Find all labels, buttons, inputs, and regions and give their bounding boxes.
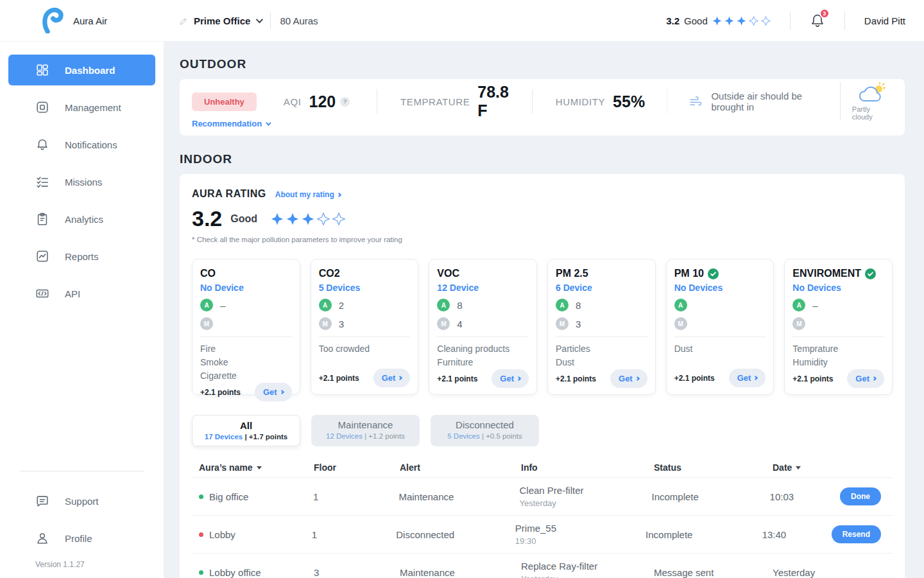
table-row[interactable]: Big office 1 Maintenance Clean Pre-filte…: [192, 477, 893, 515]
tab-disconnected[interactable]: Disconnected 5 Devices | +0.5 points: [431, 415, 539, 446]
recommendation-link[interactable]: Recommendation: [192, 119, 270, 128]
status-dot: [199, 532, 203, 537]
auto-badge: A: [437, 299, 450, 311]
resend-button[interactable]: Resend: [832, 525, 881, 543]
indoor-rating-value: 3.2: [192, 206, 222, 231]
get-button[interactable]: Get: [373, 369, 411, 387]
aqi-status-badge: Unhealthy: [192, 92, 257, 111]
get-label: Get: [855, 374, 869, 383]
star-icon: [737, 16, 746, 26]
chevron-right-icon: [280, 390, 284, 394]
sidebar-item-notifications[interactable]: Notifications: [8, 129, 155, 160]
card-title: PM 10: [674, 268, 704, 279]
aura-name: Big office: [209, 491, 248, 502]
chevron-right-icon: [872, 376, 877, 381]
tab-label: All: [193, 420, 300, 431]
cause: Cigarette: [200, 369, 292, 383]
tab-label: Maintenance: [311, 419, 420, 430]
sidebar-item-api[interactable]: API: [8, 278, 155, 309]
location-selector[interactable]: Prime Office: [179, 15, 261, 26]
help-icon[interactable]: ?: [340, 97, 350, 107]
get-button[interactable]: Get: [492, 369, 529, 388]
sidebar: Dashboard Management Notifications Missi…: [0, 42, 164, 578]
main-content: OUTDOOR Unhealthy AQI 120 ? TEMPRATURE 7…: [164, 42, 924, 578]
location-label[interactable]: Prime Office: [194, 15, 250, 26]
sidebar-item-missions[interactable]: Missions: [8, 166, 155, 197]
chevron-right-icon: [337, 192, 341, 197]
sidebar-item-profile[interactable]: Profile: [8, 523, 155, 554]
table-row[interactable]: Lobby 1 Disconnected Prime_5519:30 Incom…: [192, 515, 893, 553]
divider: [19, 471, 144, 471]
user-menu[interactable]: David Pitt: [864, 15, 905, 26]
weather-widget: Partly cloudy: [840, 82, 891, 121]
manual-value: 3: [339, 319, 344, 329]
outdoor-section-title: OUTDOOR: [180, 57, 905, 71]
card-devices-link[interactable]: No Device: [200, 283, 292, 293]
chevron-down-icon: [256, 16, 263, 23]
card-devices-link[interactable]: No Devices: [674, 283, 766, 293]
get-button[interactable]: Get: [610, 369, 647, 388]
auto-value: 8: [576, 300, 581, 311]
card-title: ENVIROMENT: [792, 268, 861, 279]
sidebar-item-management[interactable]: Management: [8, 92, 155, 123]
edit-icon[interactable]: [179, 16, 189, 26]
notification-badge: 3: [819, 8, 830, 19]
tab-all[interactable]: All 17 Devices | +1.7 points: [192, 415, 300, 446]
divider: [377, 89, 377, 114]
table-row[interactable]: Lobby office 3 Maintenance Replace Ray-f…: [192, 553, 893, 578]
info-cell: Clean Pre-filter: [520, 485, 652, 496]
status-cell: Incomplete: [646, 529, 762, 540]
star-icon: [749, 16, 758, 26]
card-devices-link[interactable]: 12 Device: [437, 283, 529, 293]
divider: [792, 337, 884, 337]
column-header-floor: Floor: [314, 462, 400, 473]
tab-separator: |: [364, 432, 366, 440]
sidebar-item-support[interactable]: Support: [8, 486, 155, 516]
get-button[interactable]: Get: [255, 383, 292, 401]
tab-label: Disconnected: [431, 419, 539, 430]
done-button[interactable]: Done: [840, 487, 881, 505]
bell-icon: [35, 137, 49, 152]
sidebar-item-reports[interactable]: Reports: [8, 241, 155, 272]
alert-cell: Maintenance: [400, 567, 521, 578]
info-cell: Prime_55: [515, 523, 646, 534]
card-devices-link[interactable]: 6 Device: [556, 283, 647, 293]
notifications-button[interactable]: 3: [810, 12, 825, 29]
tab-maintenance[interactable]: Maintenance 12 Devices | +1.2 points: [311, 415, 420, 446]
column-header-date[interactable]: Date: [773, 462, 843, 473]
temperature-label: TEMPRATURE: [400, 96, 470, 107]
floor-cell: 3: [314, 567, 400, 578]
manual-badge: M: [319, 317, 332, 330]
cause: Furniture: [437, 356, 529, 369]
air-advice-text: Outside air should be brought in: [711, 91, 824, 112]
sort-icon: [257, 466, 262, 469]
causes-list: Temprature Humidity: [792, 342, 884, 369]
check-circle-icon: [865, 268, 876, 279]
table-header: Aura’s name Floor Alert Info Status Date: [192, 458, 893, 477]
brand: Aura Air: [0, 8, 164, 33]
chevron-right-icon: [635, 376, 640, 381]
get-label: Get: [263, 387, 277, 397]
report-chart-icon: [35, 249, 49, 263]
aqi-metric: AQI 120 ?: [284, 92, 350, 111]
temperature-metric: TEMPRATURE 78.8 F: [400, 83, 509, 120]
sidebar-item-analytics[interactable]: Analytics: [8, 204, 155, 234]
info-sub-cell: Yesterday: [521, 574, 654, 578]
get-button[interactable]: Get: [847, 369, 884, 388]
manual-value: 4: [457, 319, 462, 329]
card-devices-link[interactable]: No Devices: [792, 283, 884, 293]
auto-value: –: [812, 300, 817, 311]
card-devices-link[interactable]: 5 Devices: [319, 283, 411, 293]
about-rating-link[interactable]: About my rating: [275, 190, 341, 199]
auto-value: 2: [339, 300, 344, 311]
card-title: PM 2.5: [556, 268, 588, 279]
manual-badge: M: [674, 317, 687, 330]
sidebar-item-label: Reports: [65, 251, 99, 262]
column-header-name[interactable]: Aura’s name: [192, 462, 314, 473]
divider: [270, 12, 271, 29]
floor-cell: 1: [313, 491, 398, 502]
auto-badge: A: [200, 299, 213, 311]
get-button[interactable]: Get: [729, 369, 766, 387]
divider: [200, 337, 292, 337]
sidebar-item-dashboard[interactable]: Dashboard: [8, 55, 155, 85]
